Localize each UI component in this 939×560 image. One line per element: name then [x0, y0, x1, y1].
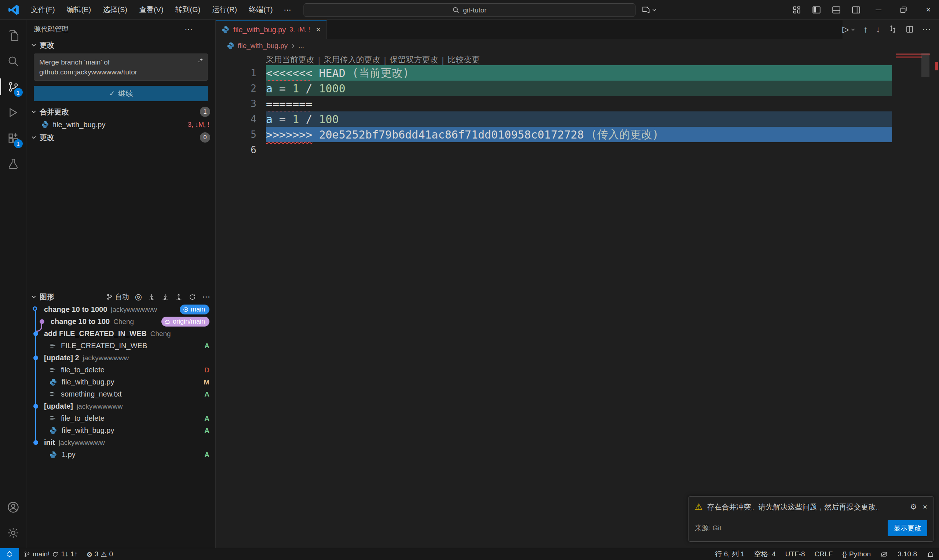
- notification-close-icon[interactable]: ×: [923, 503, 927, 511]
- line-content[interactable]: =======: [266, 96, 892, 111]
- branch-badge-main[interactable]: main: [180, 305, 210, 314]
- settings-gear-icon[interactable]: [0, 520, 26, 546]
- notification-settings-icon[interactable]: ⚙: [910, 503, 917, 511]
- toggle-panel-icon[interactable]: [828, 3, 844, 17]
- menu-more-icon[interactable]: ⋯: [279, 3, 296, 17]
- line-number[interactable]: 3: [216, 98, 266, 109]
- problems-status[interactable]: ⊗ 3 ⚠ 0: [82, 548, 117, 560]
- line-number[interactable]: 1: [216, 68, 266, 78]
- code-line-2[interactable]: 2a = 1 / 1000: [216, 81, 892, 96]
- editor-more-icon[interactable]: ⋯: [922, 24, 931, 34]
- codelens-action[interactable]: 采用当前更改: [266, 54, 315, 65]
- split-editor-icon[interactable]: [905, 25, 914, 34]
- testing-icon[interactable]: [0, 151, 26, 177]
- code-line-4[interactable]: 4a = 1 / 100: [216, 111, 892, 127]
- show-changes-button[interactable]: 显示更改: [888, 520, 927, 536]
- copilot-status-icon[interactable]: [876, 551, 893, 558]
- account-icon[interactable]: [0, 494, 26, 520]
- python-interpreter[interactable]: 3.10.8: [893, 550, 922, 558]
- breadcrumb[interactable]: file_with_bug.py ...: [216, 39, 939, 53]
- restore-button[interactable]: [893, 0, 914, 20]
- graph-commit-row[interactable]: initjackywwwwww: [26, 437, 215, 449]
- compare-changes-icon[interactable]: [888, 25, 897, 34]
- eol[interactable]: CRLF: [810, 550, 838, 558]
- run-debug-icon[interactable]: [0, 100, 26, 125]
- line-content[interactable]: a = 1 / 1000: [266, 81, 892, 96]
- language-mode[interactable]: {}Python: [837, 550, 876, 558]
- graph-file-row[interactable]: file_to_deleteA: [26, 412, 215, 425]
- graph-more-icon[interactable]: ⋯: [202, 292, 210, 302]
- target-icon[interactable]: ◎: [135, 292, 142, 302]
- extensions-icon[interactable]: 1: [0, 125, 26, 151]
- customize-layout-icon[interactable]: [789, 3, 805, 17]
- graph-section-header[interactable]: 图形 自动 ◎: [26, 290, 215, 303]
- graph-file-row[interactable]: 1.pyA: [26, 449, 215, 461]
- changes-section[interactable]: 更改 0: [26, 131, 215, 144]
- search-sidebar-icon[interactable]: [0, 48, 26, 74]
- sidebar-more-icon[interactable]: ⋯: [185, 25, 193, 34]
- push-icon[interactable]: [175, 293, 183, 301]
- commit-message-input[interactable]: Merge branch 'main' of github.com:jackyw…: [34, 54, 208, 81]
- merge-conflict-file-row[interactable]: file_with_bug.py 3, ↓M, !: [26, 118, 215, 131]
- code-line-5[interactable]: 5>>>>>>> 20e5252bf79b6dd41ac86f71dd01095…: [216, 127, 892, 142]
- source-control-icon[interactable]: 1: [0, 74, 26, 100]
- menu-f[interactable]: 文件(F): [26, 3, 60, 17]
- branch-status[interactable]: main! 1↓ 1↑: [19, 548, 82, 560]
- cursor-position[interactable]: 行 6, 列 1: [710, 549, 749, 559]
- codelens-action[interactable]: 保留双方更改: [390, 54, 438, 65]
- toggle-primary-sidebar-icon[interactable]: [808, 3, 825, 17]
- code-line-1[interactable]: 1<<<<<<< HEAD (当前更改): [216, 65, 892, 81]
- merge-changes-section[interactable]: 合并更改 1: [26, 106, 215, 118]
- line-content[interactable]: >>>>>>> 20e5252bf79b6dd41ac86f71dd010958…: [266, 127, 892, 142]
- minimap[interactable]: [893, 53, 939, 548]
- line-content[interactable]: [266, 142, 892, 158]
- graph-file-row[interactable]: file_with_bug.pyA: [26, 425, 215, 437]
- toggle-secondary-sidebar-icon[interactable]: [848, 3, 864, 17]
- explorer-icon[interactable]: [0, 23, 26, 48]
- close-window-button[interactable]: ×: [918, 0, 939, 20]
- code-line-6[interactable]: 6: [216, 142, 892, 158]
- fetch-icon[interactable]: [148, 293, 156, 301]
- line-number[interactable]: 4: [216, 114, 266, 125]
- tab-file-with-bug[interactable]: file_with_bug.py 3, ↓M, ! ×: [216, 20, 327, 39]
- line-number[interactable]: 2: [216, 83, 266, 94]
- copilot-icon[interactable]: [637, 3, 660, 17]
- run-python-button[interactable]: ▷: [842, 24, 856, 34]
- code-editor[interactable]: 采用当前更改|采用传入的更改|保留双方更改|比较变更 1<<<<<<< HEAD…: [216, 53, 939, 548]
- menu-r[interactable]: 运行(R): [207, 3, 242, 17]
- menu-s[interactable]: 选择(S): [97, 3, 133, 17]
- codelens-action[interactable]: 采用传入的更改: [324, 54, 380, 65]
- generate-commit-message-icon[interactable]: [197, 57, 205, 65]
- next-change-icon[interactable]: ↓: [876, 24, 880, 34]
- graph-file-row[interactable]: something_new.txtA: [26, 388, 215, 400]
- menu-e[interactable]: 编辑(E): [62, 3, 97, 17]
- codelens-action[interactable]: 比较变更: [447, 54, 480, 65]
- line-content[interactable]: a = 1 / 100: [266, 111, 892, 127]
- command-center-search[interactable]: git-tutor: [304, 3, 636, 17]
- graph-commit-row[interactable]: [update]jackywwwwww: [26, 400, 215, 412]
- code-line-3[interactable]: 3=======: [216, 96, 892, 111]
- previous-change-icon[interactable]: ↑: [863, 24, 868, 34]
- line-content[interactable]: <<<<<<< HEAD (当前更改): [266, 65, 892, 81]
- continue-button[interactable]: ✓ 继续: [34, 86, 208, 101]
- minimap-slider[interactable]: [921, 53, 930, 77]
- encoding[interactable]: UTF-8: [780, 550, 810, 558]
- graph-commit-row[interactable]: change 10 to 100Chengorigin/main: [26, 315, 215, 328]
- refresh-icon[interactable]: [188, 293, 196, 301]
- remote-indicator[interactable]: [0, 548, 19, 560]
- graph-commit-row[interactable]: change 10 to 1000jackywwwwwwmain: [26, 303, 215, 315]
- notifications-bell-icon[interactable]: [922, 551, 939, 558]
- menu-t[interactable]: 终端(T): [244, 3, 278, 17]
- pull-icon[interactable]: [161, 293, 169, 301]
- graph-commit-row[interactable]: add FILE_CREATED_IN_WEBCheng: [26, 328, 215, 340]
- graph-file-row[interactable]: file_with_bug.pyM: [26, 376, 215, 388]
- graph-file-row[interactable]: file_to_deleteD: [26, 364, 215, 376]
- menu-g[interactable]: 转到(G): [170, 3, 206, 17]
- line-number[interactable]: 6: [216, 145, 266, 155]
- indentation[interactable]: 空格: 4: [749, 549, 780, 559]
- tab-close-icon[interactable]: ×: [316, 25, 321, 34]
- menu-v[interactable]: 查看(V): [134, 3, 169, 17]
- minimize-button[interactable]: ─: [868, 0, 889, 20]
- graph-auto-button[interactable]: 自动: [106, 292, 129, 302]
- line-number[interactable]: 5: [216, 129, 266, 140]
